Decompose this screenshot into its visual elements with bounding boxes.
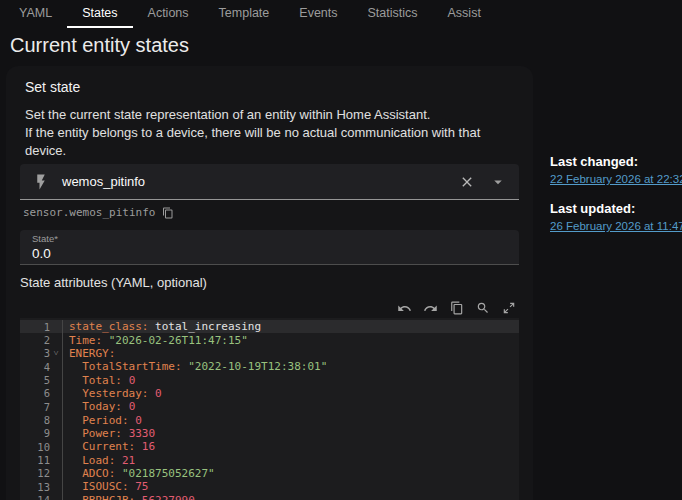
code-text[interactable]: ENERGY:: [63, 347, 115, 360]
code-line-5[interactable]: 5 Total: 0: [20, 373, 519, 386]
editor-toolbar: [20, 299, 519, 317]
line-number: 1: [20, 321, 50, 333]
code-text[interactable]: Power: 3330: [63, 427, 155, 440]
code-text[interactable]: BBRHCJB: 56227990: [63, 494, 195, 500]
line-number: 12: [20, 467, 50, 479]
code-text[interactable]: ISOUSC: 75: [63, 480, 148, 493]
code-text[interactable]: Period: 0: [63, 414, 142, 427]
code-line-6[interactable]: 6 Yesterday: 0: [20, 387, 519, 400]
state-input[interactable]: State* 0.0: [20, 230, 519, 265]
line-number: 4: [20, 361, 50, 373]
card-description: Set the current state representation of …: [25, 106, 514, 160]
code-line-2[interactable]: 2Time: "2026-02-26T11:47:15": [20, 333, 519, 346]
flash-icon: [32, 173, 50, 191]
gutter-spacer: [50, 467, 63, 480]
code-line-9[interactable]: 9 Power: 3330: [20, 427, 519, 440]
tab-events[interactable]: Events: [284, 0, 352, 28]
gutter-spacer: [50, 413, 63, 426]
last-changed-link[interactable]: 22 February 2026 at 22:32:25: [550, 173, 682, 185]
line-number: 3: [20, 347, 50, 359]
last-updated-group: Last updated: 26 February 2026 at 11:47:…: [550, 201, 682, 234]
entity-picker-value[interactable]: wemos_pitinfo: [62, 174, 445, 189]
code-line-1[interactable]: 1state_class: total_increasing: [20, 320, 519, 333]
description-line-1: Set the current state representation of …: [25, 106, 514, 124]
state-input-label: State*: [32, 233, 507, 244]
attributes-label: State attributes (YAML, optional): [20, 276, 519, 290]
fold-arrow-icon[interactable]: ˅: [50, 347, 63, 360]
expand-icon[interactable]: [500, 300, 517, 317]
tab-states[interactable]: States: [67, 0, 132, 28]
line-number: 14: [20, 494, 50, 500]
code-text[interactable]: Total: 0: [63, 374, 135, 387]
code-line-11[interactable]: 11 Load: 21: [20, 453, 519, 466]
code-line-13[interactable]: 13 ISOUSC: 75: [20, 480, 519, 493]
page-title: Current entity states: [0, 28, 682, 66]
redo-icon[interactable]: [422, 300, 439, 317]
line-number: 8: [20, 414, 50, 426]
gutter-spacer: [50, 400, 63, 413]
line-number: 9: [20, 427, 50, 439]
tab-assist[interactable]: Assist: [433, 0, 496, 28]
line-number: 6: [20, 387, 50, 399]
gutter-spacer: [50, 480, 63, 493]
tab-statistics[interactable]: Statistics: [353, 0, 433, 28]
gutter-spacer: [50, 320, 63, 333]
meta-sidebar: Last changed: 22 February 2026 at 22:32:…: [550, 66, 682, 234]
description-line-2: If the entity belongs to a device, there…: [25, 124, 514, 160]
code-text[interactable]: Load: 21: [63, 454, 135, 467]
line-number: 11: [20, 454, 50, 466]
code-text[interactable]: Time: "2026-02-26T11:47:15": [63, 334, 248, 347]
line-number: 2: [20, 334, 50, 346]
code-text[interactable]: TotalStartTime: "2022-10-19T12:38:01": [63, 360, 327, 373]
undo-icon[interactable]: [396, 300, 413, 317]
code-line-3[interactable]: 3˅ENERGY:: [20, 347, 519, 360]
code-text[interactable]: Yesterday: 0: [63, 387, 162, 400]
code-line-14[interactable]: 14 BBRHCJB: 56227990: [20, 493, 519, 500]
last-changed-label: Last changed:: [550, 154, 682, 169]
line-number: 7: [20, 401, 50, 413]
close-icon[interactable]: [459, 174, 475, 190]
copy-contents-icon[interactable]: [448, 300, 465, 317]
tab-template[interactable]: Template: [204, 0, 285, 28]
state-input-value[interactable]: 0.0: [32, 246, 507, 261]
code-line-4[interactable]: 4 TotalStartTime: "2022-10-19T12:38:01": [20, 360, 519, 373]
code-text[interactable]: state_class: total_increasing: [63, 320, 261, 333]
entity-id: sensor.wemos_pitinfo: [23, 206, 155, 219]
tab-bar: YAMLStatesActionsTemplateEventsStatistic…: [0, 0, 682, 28]
gutter-spacer: [50, 360, 63, 373]
entity-id-row: sensor.wemos_pitinfo: [23, 206, 519, 219]
gutter-spacer: [50, 493, 63, 500]
tab-yaml[interactable]: YAML: [4, 0, 67, 28]
card-title: Set state: [20, 80, 519, 94]
code-line-7[interactable]: 7 Today: 0: [20, 400, 519, 413]
gutter-spacer: [50, 333, 63, 346]
code-line-10[interactable]: 10 Current: 16: [20, 440, 519, 453]
gutter-spacer: [50, 453, 63, 466]
gutter-spacer: [50, 373, 63, 386]
content: Set state Set the current state represen…: [0, 66, 682, 500]
code-text[interactable]: Today: 0: [63, 400, 135, 413]
yaml-editor[interactable]: 1state_class: total_increasing2Time: "20…: [20, 318, 519, 500]
caret-down-icon[interactable]: [489, 173, 507, 191]
entity-picker[interactable]: wemos_pitinfo: [20, 164, 519, 200]
code-text[interactable]: Current: 16: [63, 440, 155, 453]
line-number: 13: [20, 481, 50, 493]
last-updated-link[interactable]: 26 February 2026 at 11:47:15: [550, 220, 682, 232]
last-changed-group: Last changed: 22 February 2026 at 22:32:…: [550, 154, 682, 187]
last-updated-label: Last updated:: [550, 201, 682, 216]
set-state-card: Set state Set the current state represen…: [6, 66, 533, 500]
code-line-12[interactable]: 12 ADCO: "021875052627": [20, 467, 519, 480]
line-number: 10: [20, 441, 50, 453]
search-icon[interactable]: [474, 300, 491, 317]
line-number: 5: [20, 374, 50, 386]
gutter-spacer: [50, 440, 63, 453]
copy-icon[interactable]: [162, 207, 174, 219]
gutter-spacer: [50, 387, 63, 400]
code-text[interactable]: ADCO: "021875052627": [63, 467, 215, 480]
code-line-8[interactable]: 8 Period: 0: [20, 413, 519, 426]
tab-actions[interactable]: Actions: [133, 0, 204, 28]
gutter-spacer: [50, 427, 63, 440]
